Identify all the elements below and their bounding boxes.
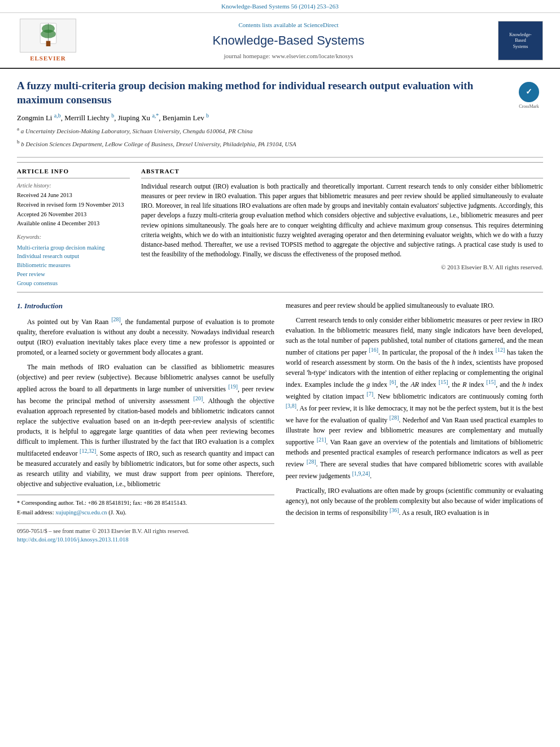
accepted-date: Accepted 26 November 2013: [17, 210, 130, 220]
abstract-text: Individual research output (IRO) evaluat…: [141, 182, 543, 260]
ref-3-8: [3,8]: [286, 403, 296, 409]
ref-16: [16]: [369, 347, 379, 353]
journal-header: ELSEVIER Contents lists available at Sci…: [0, 13, 560, 69]
keyword-4: Peer review: [17, 270, 130, 279]
bottom-bar: 0950-7051/$ – see front matter © 2013 El…: [17, 523, 274, 545]
main-content: 1. Introduction As pointed out by Van Ra…: [17, 300, 543, 544]
revised-date: Received in revised form 19 November 201…: [17, 200, 130, 210]
divider: [17, 162, 543, 163]
authors-line: Zongmin Li a,b, Merrill Liechty b, Jiupi…: [17, 111, 480, 123]
journal-citation-text: Knowledge-Based Systems 56 (2014) 253–26…: [221, 3, 339, 10]
ref-20: [20]: [194, 395, 203, 401]
intro-para-2: The main methods of IRO evaluation can b…: [17, 362, 274, 489]
doi-link[interactable]: http://dx.doi.org/10.1016/j.knosys.2013.…: [17, 535, 274, 544]
sciencedirect-link[interactable]: ScienceDirect: [304, 21, 339, 28]
elsevier-logo: ELSEVIER: [17, 19, 79, 63]
history-label: Article history:: [17, 182, 130, 190]
ref-15b: [15]: [486, 379, 496, 385]
doi-anchor[interactable]: http://dx.doi.org/10.1016/j.knosys.2013.…: [17, 536, 128, 543]
issn-text: 0950-7051/$ – see front matter © 2013 El…: [17, 527, 274, 536]
keyword-5: Group consensus: [17, 279, 130, 288]
elsevier-logo-image: [20, 19, 76, 53]
ref-36: [36]: [390, 507, 399, 513]
intro-heading: 1. Introduction: [17, 300, 274, 312]
ref-19: [19]: [228, 383, 238, 390]
affiliation-b: b b Decision Sciences Department, LeBow …: [17, 138, 480, 149]
svg-rect-5: [46, 41, 50, 47]
author-zongmin: Zongmin Li a,b,: [17, 113, 63, 122]
email-link[interactable]: xujuping@scu.edu.cn: [55, 509, 107, 516]
ref-7: [7]: [367, 391, 374, 397]
ref-1-9-24: [1,9,24]: [352, 470, 370, 477]
ref-12b: [12]: [496, 347, 505, 353]
right-para-3: Practically, IRO evaluations are often m…: [286, 486, 543, 518]
right-para-2: Current research tends to only consider …: [286, 315, 543, 481]
elsevier-name: ELSEVIER: [30, 54, 66, 63]
keyword-1: Multi-criteria group decision making: [17, 243, 130, 252]
ref-28c: [28]: [307, 458, 316, 465]
affiliation-a: a a Uncertainty Decision-Making Laborato…: [17, 125, 480, 136]
sciencedirect-text: Contents lists available at ScienceDirec…: [90, 21, 487, 30]
main-left-column: 1. Introduction As pointed out by Van Ra…: [17, 300, 274, 544]
main-right-column: measures and peer review should be appli…: [286, 300, 543, 544]
email-label: E-mail address:: [17, 509, 54, 516]
copyright: © 2013 Elsevier B.V. All rights reserved…: [141, 263, 543, 272]
ref-15a: [15]: [439, 379, 448, 385]
keywords-label: Keywords:: [17, 233, 130, 242]
abstract-heading: ABSTRACT: [141, 167, 543, 178]
article-title: A fuzzy multi-criteria group decision ma…: [17, 79, 480, 107]
article-body: A fuzzy multi-criteria group decision ma…: [0, 69, 560, 544]
received-date: Received 24 June 2013: [17, 191, 130, 200]
article-dates: Received 24 June 2013 Received in revise…: [17, 191, 130, 229]
info-abstract-section: ARTICLE INFO Article history: Received 2…: [17, 167, 543, 288]
journal-title: Knowledge-Based Systems: [90, 32, 487, 50]
kbs-logo-text: Knowledge-BasedSystems: [509, 32, 532, 50]
section-divider: [17, 292, 543, 292]
ref-6: [6]: [390, 379, 396, 385]
crossmark[interactable]: ✓ CrossMark: [515, 82, 543, 110]
article-title-section: A fuzzy multi-criteria group decision ma…: [17, 69, 543, 158]
journal-citation-bar: Knowledge-Based Systems 56 (2014) 253–26…: [0, 0, 560, 13]
ref-28a: [28]: [111, 316, 121, 322]
crossmark-icon: ✓: [519, 82, 539, 102]
crossmark-label: CrossMark: [519, 103, 539, 110]
author-jiuping: Jiuping Xu a,*,: [118, 113, 161, 122]
journal-homepage: journal homepage: www.elsevier.com/locat…: [90, 52, 487, 61]
keyword-2: Individual research output: [17, 252, 130, 261]
available-date: Available online 4 December 2013: [17, 219, 130, 229]
article-info-heading: ARTICLE INFO: [17, 167, 130, 178]
email-suffix: (J. Xu).: [107, 509, 126, 516]
keyword-3: Bibliometric measures: [17, 261, 130, 270]
footnote-section: * Corresponding author. Tel.: +86 28 854…: [17, 495, 274, 518]
svg-point-4: [41, 30, 56, 38]
intro-para-1: As pointed out by Van Raan [28], the fun…: [17, 315, 274, 357]
article-info: ARTICLE INFO Article history: Received 2…: [17, 167, 130, 288]
email-footnote: E-mail address: xujuping@scu.edu.cn (J. …: [17, 508, 274, 518]
kbs-logo: Knowledge-BasedSystems: [498, 21, 543, 60]
abstract-section: ABSTRACT Individual research output (IRO…: [141, 167, 543, 288]
ref-21: [21]: [317, 436, 326, 443]
ref-12-32: [12,32]: [80, 448, 96, 454]
right-para-1: measures and peer review should be appli…: [286, 300, 543, 311]
journal-center: Contents lists available at ScienceDirec…: [79, 21, 498, 62]
corresponding-footnote: * Corresponding author. Tel.: +86 28 854…: [17, 499, 274, 508]
ref-28b: [28]: [390, 414, 399, 421]
author-benjamin: Benjamin Lev b: [163, 113, 209, 122]
author-merrill: Merrill Liechty b,: [64, 113, 116, 122]
keywords-section: Keywords: Multi-criteria group decision …: [17, 233, 130, 287]
